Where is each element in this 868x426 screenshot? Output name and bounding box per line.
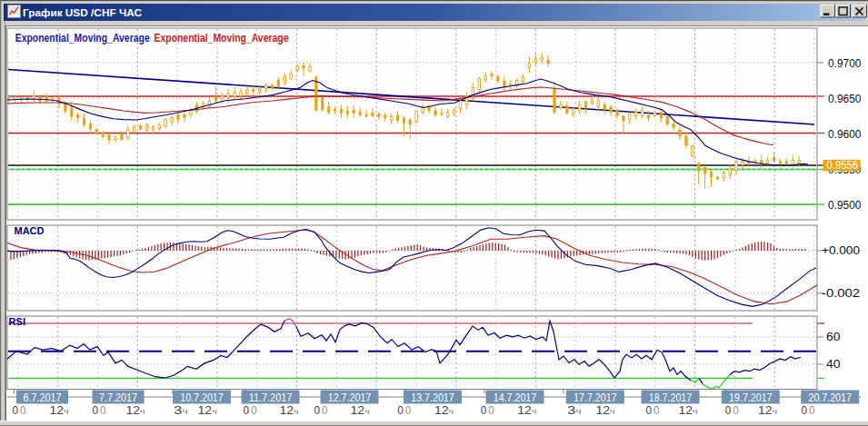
svg-text:7.7.2017: 7.7.2017 [99,391,137,404]
svg-text:+0.000: +0.000 [822,244,860,257]
svg-text:60: 60 [826,331,841,343]
svg-text:12ч: 12ч [758,404,777,417]
svg-text:6.7.2017: 6.7.2017 [24,391,62,404]
svg-text:10.7.2017: 10.7.2017 [180,391,224,404]
svg-text:12ч: 12ч [50,404,69,417]
svg-text:14.7.2017: 14.7.2017 [494,391,537,404]
svg-text:17.7.2017: 17.7.2017 [574,391,617,404]
svg-text:12ч: 12ч [126,404,145,417]
svg-text:MACD: MACD [15,225,45,236]
svg-text:00: 00 [725,404,741,417]
svg-text:00: 00 [93,404,108,417]
svg-text:0.9600: 0.9600 [828,128,862,141]
svg-text:00: 00 [646,404,662,417]
svg-text:12ч: 12ч [434,404,454,417]
svg-text:RSI: RSI [9,316,26,327]
svg-text:0.9500: 0.9500 [828,199,862,212]
svg-text:18.7.2017: 18.7.2017 [649,391,693,404]
svg-text:13.7.2017: 13.7.2017 [411,391,454,404]
svg-text:Exponential_Moving_Average: Exponential_Moving_Average [15,31,150,45]
svg-text:12ч: 12ч [679,404,698,417]
svg-text:12ч: 12ч [198,404,217,417]
svg-text:-0.002: -0.002 [822,287,860,300]
svg-text:3ч: 3ч [567,404,582,417]
svg-text:40: 40 [826,358,841,371]
svg-text:00: 00 [802,404,817,417]
svg-text:19.7.2017: 19.7.2017 [729,391,773,404]
svg-text:12ч: 12ч [280,404,299,417]
svg-text:00: 00 [244,404,259,417]
svg-text:0.9650: 0.9650 [828,93,862,105]
svg-text:12.7.2017: 12.7.2017 [328,391,372,404]
svg-text:12ч: 12ч [351,404,370,417]
svg-text:00: 00 [314,404,330,417]
svg-text:0.9556: 0.9556 [827,159,859,172]
svg-text:График USD /CHF ЧАС: График USD /CHF ЧАС [23,7,142,18]
svg-text:00: 00 [397,404,413,417]
svg-text:00: 00 [481,404,496,417]
svg-text:12ч: 12ч [596,404,615,417]
svg-text:20.7.2017: 20.7.2017 [808,391,852,404]
svg-text:3ч: 3ч [174,404,188,417]
svg-text:0.9700: 0.9700 [828,57,862,70]
svg-text:11.7.2017: 11.7.2017 [249,391,293,404]
svg-text:12ч: 12ч [517,404,536,417]
svg-text:00: 00 [13,404,28,417]
svg-text:Exponential_Moving_Average: Exponential_Moving_Average [155,31,289,45]
